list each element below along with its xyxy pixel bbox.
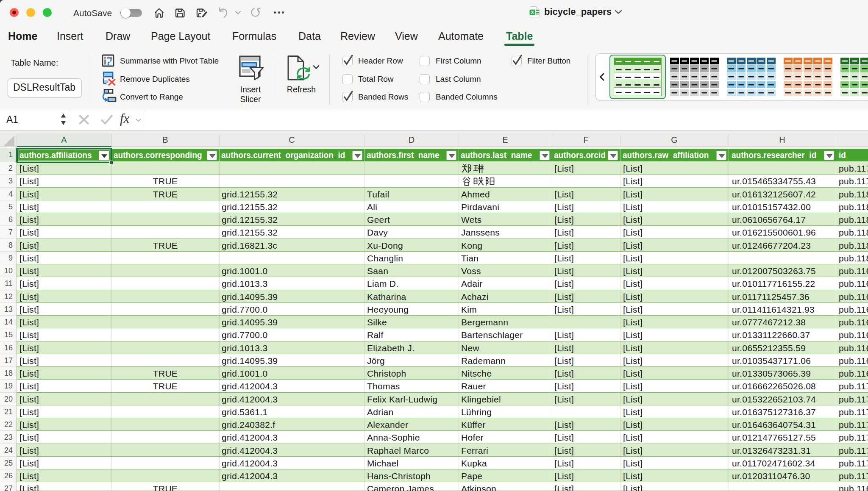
- svg-text:X: X: [531, 10, 534, 15]
